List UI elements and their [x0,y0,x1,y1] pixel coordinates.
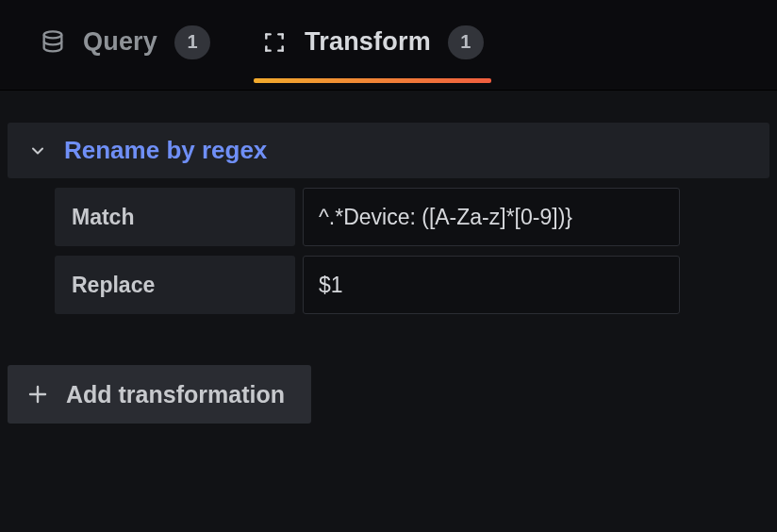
transform-section: Rename by regex [8,123,769,178]
replace-input[interactable] [303,256,680,314]
transform-content: Rename by regex Match Replace Add transf… [0,91,777,532]
panel-tabs: Query 1 Transform 1 [0,0,777,91]
tab-transform-label: Transform [305,27,431,57]
add-button-label: Add transformation [66,381,285,408]
tab-transform-count: 1 [448,25,484,59]
plus-icon [26,383,49,406]
fields-container: Match Replace [8,178,769,327]
tab-transform[interactable]: Transform 1 [259,25,486,82]
transform-icon [261,29,288,56]
svg-point-0 [44,31,62,38]
section-title: Rename by regex [64,136,267,165]
section-header-toggle[interactable]: Rename by regex [8,123,769,178]
tab-query[interactable]: Query 1 [38,25,212,82]
chevron-down-icon [28,141,47,160]
tab-query-count: 1 [174,25,210,59]
field-row-match: Match [55,188,769,246]
tab-query-label: Query [83,27,157,57]
add-transformation-button[interactable]: Add transformation [8,365,311,424]
replace-label: Replace [55,256,295,314]
match-label: Match [55,188,295,246]
database-icon [40,29,66,56]
field-row-replace: Replace [55,256,769,314]
match-input[interactable] [303,188,680,246]
